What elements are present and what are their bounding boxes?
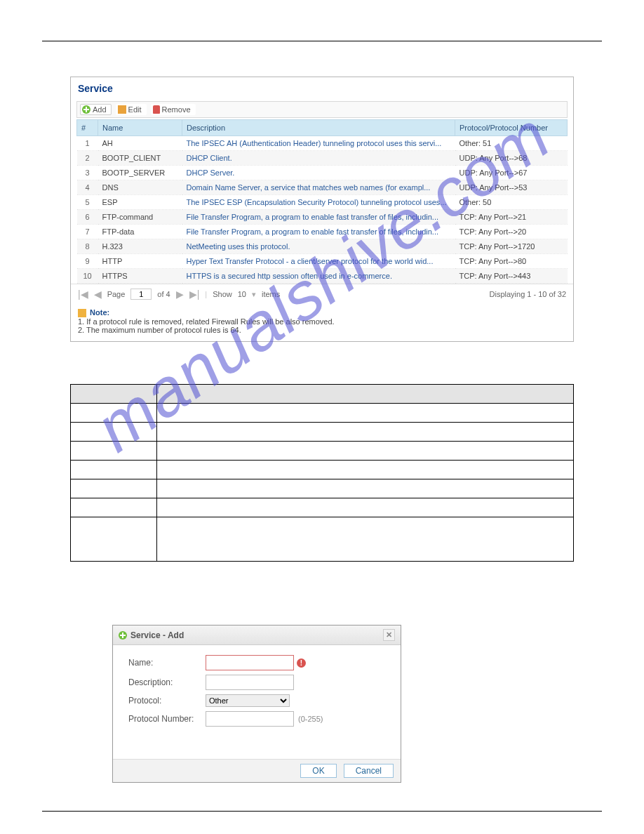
cell-desc: Hyper Text Transfer Protocol - a client/…	[182, 254, 455, 269]
note-line-2: 2. The maximum number of protocol rules …	[78, 326, 241, 334]
add-button[interactable]: Add	[80, 104, 112, 115]
remove-label: Remove	[162, 105, 191, 114]
cell-desc: File Transfer Program, a program to enab…	[182, 210, 455, 225]
cell-proto: TCP: Any Port-->80	[455, 254, 568, 269]
cell-name: H.323	[98, 239, 182, 254]
page-input[interactable]	[130, 289, 152, 300]
cell-proto: UDP: Any Port-->53	[455, 180, 568, 195]
cell-name: ESP	[98, 195, 182, 210]
last-page-icon[interactable]: ▶|	[189, 289, 200, 300]
cell-num: 4	[77, 180, 98, 195]
cell-proto: UDP: Any Port-->67	[455, 166, 568, 180]
table-row[interactable]: 1AHThe IPSEC AH (Authentication Header) …	[77, 136, 568, 151]
cell-desc: The IPSEC AH (Authentication Header) tun…	[182, 136, 455, 151]
items-label: items	[262, 290, 280, 298]
protocol-number-hint: (0-255)	[298, 715, 323, 723]
first-page-icon[interactable]: |◀	[78, 289, 88, 300]
cell-proto: TCP: Any Port-->1720	[455, 239, 568, 254]
cell-name: FTP-data	[98, 225, 182, 239]
edit-label: Edit	[128, 105, 142, 114]
edit-icon	[118, 105, 126, 114]
toolbar: Add Edit Remove	[76, 101, 568, 118]
table-row[interactable]: 7FTP-dataFile Transfer Program, a progra…	[77, 225, 568, 239]
cell-num: 1	[77, 136, 98, 151]
name-label: Name:	[128, 658, 206, 668]
page-of: of 4	[157, 290, 170, 298]
name-field[interactable]	[206, 655, 294, 670]
error-icon: !	[297, 658, 306, 668]
edit-button[interactable]: Edit	[116, 104, 147, 115]
table-row[interactable]: 2BOOTP_CLIENTDHCP Client.UDP: Any Port--…	[77, 151, 568, 166]
dialog-header: Service - Add ✕	[113, 626, 401, 645]
top-rule	[42, 41, 602, 41]
remove-icon	[153, 105, 160, 114]
cell-proto: TCP: Any Port-->20	[455, 225, 568, 239]
show-value[interactable]: 10	[238, 290, 246, 298]
cell-desc: DHCP Client.	[182, 151, 455, 166]
cancel-button[interactable]: Cancel	[344, 764, 394, 778]
th-desc[interactable]: Description	[182, 120, 455, 136]
table-row[interactable]: 6FTP-commandFile Transfer Program, a pro…	[77, 210, 568, 225]
cell-num: 6	[77, 210, 98, 225]
add-label: Add	[93, 105, 107, 114]
service-panel: Service Add Edit Remove # Name Descripti…	[70, 77, 574, 342]
ok-button[interactable]: OK	[300, 764, 336, 778]
note-head: Note:	[90, 308, 109, 317]
desc-th-1	[71, 385, 157, 404]
prev-page-icon[interactable]: ◀	[94, 289, 102, 300]
next-page-icon[interactable]: ▶	[176, 289, 184, 300]
description-field[interactable]	[206, 675, 294, 690]
cell-desc: The IPSEC ESP (Encapsulation Security Pr…	[182, 195, 455, 210]
cell-name: DNS	[98, 180, 182, 195]
cell-num: 2	[77, 151, 98, 166]
cell-desc: DHCP Server.	[182, 166, 455, 180]
service-add-dialog: Service - Add ✕ Name: ! Description: Pro…	[112, 625, 401, 783]
page-summary: Displaying 1 - 10 of 32	[490, 290, 566, 298]
cell-name: FTP-command	[98, 210, 182, 225]
show-label: Show	[213, 290, 232, 298]
cell-desc: Domain Name Server, a service that match…	[182, 180, 455, 195]
protocol-number-label: Protocol Number:	[128, 714, 206, 724]
table-row[interactable]: 9HTTPHyper Text Transfer Protocol - a cl…	[77, 254, 568, 269]
protocol-label: Protocol:	[128, 696, 206, 706]
description-label: Description:	[128, 677, 206, 687]
cell-proto: Other: 51	[455, 136, 568, 151]
cell-name: BOOTP_SERVER	[98, 166, 182, 180]
cell-desc: HTTPS is a secured http session often us…	[182, 269, 455, 284]
remove-button[interactable]: Remove	[151, 104, 196, 115]
pager: |◀ ◀ Page of 4 ▶ ▶| | Show 10 ▾ items Di…	[71, 284, 573, 304]
bottom-rule	[42, 811, 602, 812]
cell-num: 8	[77, 239, 98, 254]
cell-num: 5	[77, 195, 98, 210]
add-icon	[82, 105, 90, 114]
table-row[interactable]: 5ESPThe IPSEC ESP (Encapsulation Securit…	[77, 195, 568, 210]
close-icon[interactable]: ✕	[383, 629, 395, 641]
table-row[interactable]: 8H.323NetMeeting uses this protocol.TCP:…	[77, 239, 568, 254]
th-num[interactable]: #	[77, 120, 98, 136]
service-table: # Name Description Protocol/Protocol Num…	[76, 119, 568, 284]
page-label: Page	[107, 290, 126, 298]
cell-num: 3	[77, 166, 98, 180]
protocol-number-field[interactable]	[206, 711, 294, 727]
table-row[interactable]: 4DNSDomain Name Server, a service that m…	[77, 180, 568, 195]
cell-desc: NetMeeting uses this protocol.	[182, 239, 455, 254]
add-icon	[119, 631, 127, 640]
note-box: Note: 1. If a protocol rule is removed, …	[78, 308, 566, 334]
th-proto[interactable]: Protocol/Protocol Number	[455, 120, 568, 136]
description-table	[70, 384, 574, 562]
cell-name: AH	[98, 136, 182, 151]
cell-desc: File Transfer Program, a program to enab…	[182, 225, 455, 239]
table-row[interactable]: 10HTTPSHTTPS is a secured http session o…	[77, 269, 568, 284]
protocol-select[interactable]: Other	[206, 694, 290, 707]
cell-proto: UDP: Any Port-->68	[455, 151, 568, 166]
th-name[interactable]: Name	[98, 120, 182, 136]
cell-proto: TCP: Any Port-->21	[455, 210, 568, 225]
cell-num: 10	[77, 269, 98, 284]
cell-proto: Other: 50	[455, 195, 568, 210]
dialog-title: Service - Add	[130, 630, 184, 640]
cell-num: 9	[77, 254, 98, 269]
cell-name: HTTP	[98, 254, 182, 269]
cell-name: HTTPS	[98, 269, 182, 284]
table-row[interactable]: 3BOOTP_SERVERDHCP Server.UDP: Any Port--…	[77, 166, 568, 180]
cell-proto: TCP: Any Port-->443	[455, 269, 568, 284]
